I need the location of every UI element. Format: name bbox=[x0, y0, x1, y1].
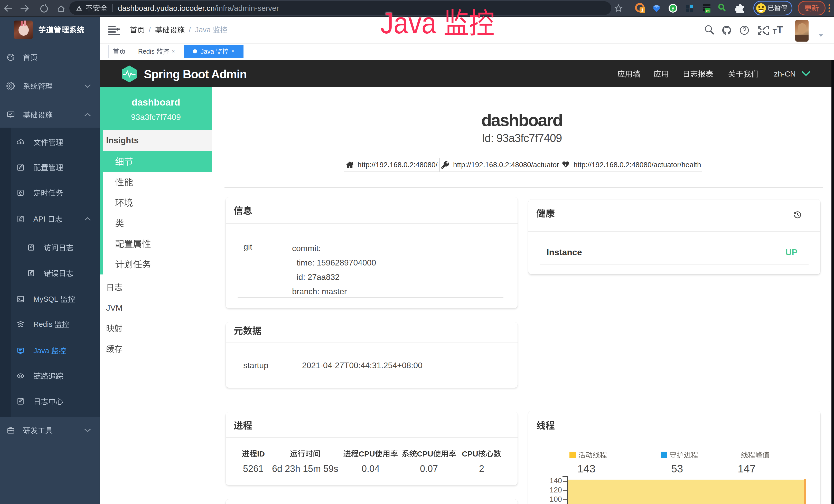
svg-text:1: 1 bbox=[641, 8, 644, 12]
svg-text:on: on bbox=[706, 9, 710, 13]
svg-text:y: y bbox=[672, 6, 674, 10]
svg-text:T: T bbox=[773, 28, 777, 36]
svg-text:T: T bbox=[777, 24, 783, 36]
